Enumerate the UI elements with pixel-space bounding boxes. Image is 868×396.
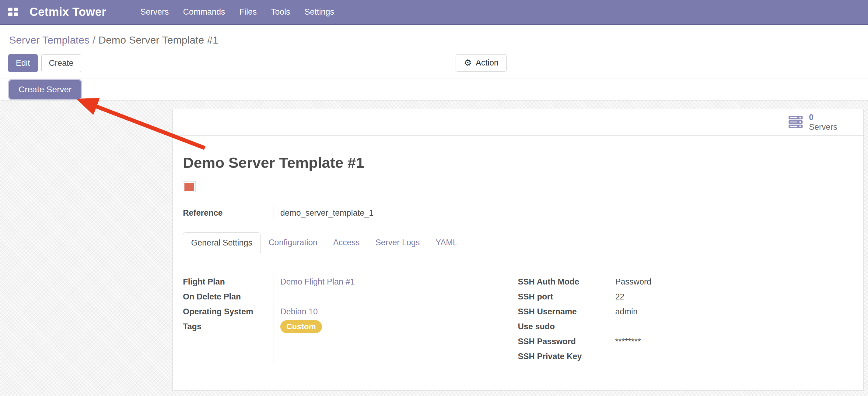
label-tags: Tags bbox=[183, 319, 274, 334]
create-button[interactable]: Create bbox=[41, 54, 81, 72]
menu-tools[interactable]: Tools bbox=[271, 7, 290, 17]
top-navbar: Cetmix Tower Servers Commands Files Tool… bbox=[0, 0, 868, 25]
menu-files[interactable]: Files bbox=[239, 7, 256, 17]
tab-content-general-settings: Flight Plan On Delete Plan Operating Sys… bbox=[183, 275, 849, 364]
value-ssh-port: 22 bbox=[615, 292, 624, 302]
action-button-label: Action bbox=[476, 58, 498, 67]
breadcrumb-separator: / bbox=[90, 34, 98, 46]
servers-stat-button[interactable]: 0 Servers bbox=[779, 109, 863, 135]
notebook-tabs: General Settings Configuration Access Se… bbox=[183, 232, 849, 253]
form-view-background: 0 Servers Demo Server Template #1 Refere… bbox=[0, 101, 868, 396]
tab-access[interactable]: Access bbox=[326, 232, 368, 253]
label-ssh-username: SSH Username bbox=[518, 304, 609, 319]
breadcrumb-parent-link[interactable]: Server Templates bbox=[9, 34, 90, 46]
apps-grid-square bbox=[8, 8, 12, 11]
apps-grid-square bbox=[8, 12, 12, 16]
menu-settings[interactable]: Settings bbox=[304, 7, 334, 17]
gear-icon: ⚙ bbox=[464, 58, 472, 67]
control-panel: Server Templates/Demo Server Template #1… bbox=[0, 27, 868, 79]
value-operating-system-link[interactable]: Debian 10 bbox=[280, 307, 318, 316]
tag-badge-custom: Custom bbox=[280, 320, 322, 333]
label-ssh-password: SSH Password bbox=[518, 334, 609, 349]
reference-value: demo_server_template_1 bbox=[274, 206, 373, 220]
labels-column: Flight Plan On Delete Plan Operating Sys… bbox=[183, 275, 274, 364]
breadcrumb: Server Templates/Demo Server Template #1 bbox=[9, 34, 219, 46]
field-group-right: SSH Auth Mode SSH port SSH Username Use … bbox=[518, 275, 849, 364]
reference-label: Reference bbox=[183, 206, 274, 220]
edit-button[interactable]: Edit bbox=[8, 54, 38, 72]
label-ssh-private-key: SSH Private Key bbox=[518, 349, 609, 364]
tab-configuration[interactable]: Configuration bbox=[260, 232, 326, 253]
create-server-strip: Create Server bbox=[0, 79, 868, 101]
value-ssh-username: admin bbox=[615, 307, 638, 316]
menu-commands[interactable]: Commands bbox=[183, 7, 225, 17]
label-flight-plan: Flight Plan bbox=[183, 275, 274, 289]
values-column: Password 22 admin ******** bbox=[609, 275, 849, 364]
color-swatch-cell bbox=[183, 181, 196, 192]
create-server-button[interactable]: Create Server bbox=[9, 80, 81, 99]
label-on-delete-plan: On Delete Plan bbox=[183, 289, 274, 304]
apps-grid-square bbox=[14, 8, 18, 11]
labels-column: SSH Auth Mode SSH port SSH Username Use … bbox=[518, 275, 609, 364]
label-operating-system: Operating System bbox=[183, 304, 274, 319]
apps-grid-square bbox=[14, 12, 18, 16]
menu-servers[interactable]: Servers bbox=[140, 7, 168, 17]
value-ssh-auth-mode: Password bbox=[615, 277, 652, 287]
reference-row: Reference demo_server_template_1 bbox=[183, 206, 849, 220]
tab-yaml[interactable]: YAML bbox=[428, 232, 465, 253]
label-use-sudo: Use sudo bbox=[518, 319, 609, 334]
record-title: Demo Server Template #1 bbox=[183, 155, 849, 170]
stat-text: 0 Servers bbox=[809, 112, 837, 132]
servers-count: 0 bbox=[809, 112, 837, 122]
servers-label: Servers bbox=[809, 122, 837, 132]
servers-stack-icon bbox=[788, 115, 803, 129]
form-buttons: Edit Create bbox=[8, 54, 81, 72]
label-ssh-auth-mode: SSH Auth Mode bbox=[518, 275, 609, 289]
record-sheet: 0 Servers Demo Server Template #1 Refere… bbox=[172, 109, 864, 391]
main-menu: Servers Commands Files Tools Settings bbox=[140, 7, 334, 17]
tab-server-logs[interactable]: Server Logs bbox=[368, 232, 428, 253]
field-group-left: Flight Plan On Delete Plan Operating Sys… bbox=[183, 275, 505, 364]
value-flight-plan-link[interactable]: Demo Flight Plan #1 bbox=[280, 277, 355, 287]
stat-button-box: 0 Servers bbox=[173, 109, 863, 136]
values-column: Demo Flight Plan #1 Debian 10 Custom bbox=[274, 275, 505, 364]
value-ssh-password: ******** bbox=[615, 337, 641, 346]
action-button[interactable]: ⚙ Action bbox=[456, 54, 507, 72]
record-body: Demo Server Template #1 Reference demo_s… bbox=[173, 155, 863, 364]
label-ssh-port: SSH port bbox=[518, 289, 609, 304]
app-brand: Cetmix Tower bbox=[30, 5, 106, 19]
breadcrumb-current: Demo Server Template #1 bbox=[98, 34, 218, 46]
apps-grid-icon[interactable] bbox=[8, 8, 18, 16]
color-swatch bbox=[184, 183, 194, 191]
tab-general-settings[interactable]: General Settings bbox=[183, 232, 260, 253]
